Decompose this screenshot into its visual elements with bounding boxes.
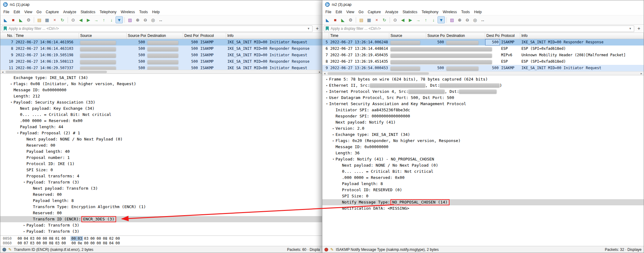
detail-row[interactable]: .000 0000 = Reserved: 0x00 <box>322 175 644 181</box>
detail-row[interactable]: SPI Size: 0 <box>322 193 644 199</box>
detail-row[interactable]: ▸Flags: 0x08 (Initiator, No higher versi… <box>0 81 322 87</box>
collapsed-expander-icon[interactable]: ▸ <box>331 138 336 144</box>
detail-row[interactable]: 0... .... = Critical Bit: Not critical <box>0 112 322 118</box>
menu-wireless[interactable]: Wireless <box>119 9 137 15</box>
menu-analyze[interactable]: Analyze <box>383 9 401 15</box>
detail-row[interactable]: ▸Payload: Transform (3) <box>0 222 322 228</box>
column-header-time[interactable]: Time <box>329 33 389 39</box>
packet-row[interactable]: 92022-06-27 13:26:54.000453500500ISAKMPI… <box>322 65 644 71</box>
menu-go[interactable]: Go <box>34 9 44 15</box>
filter-bookmark-icon[interactable] <box>326 26 329 31</box>
packet-row[interactable]: 102022-06-27 14:06:19.508113500500ISAKMP… <box>0 58 322 65</box>
packet-row[interactable]: 82022-06-27 13:26:19.451435ESPESP (SPI=0… <box>322 58 644 65</box>
column-header-protocol[interactable]: Protocol <box>500 33 520 39</box>
detail-row[interactable]: Protocol ID: IKE (1) <box>0 161 322 167</box>
detail-row[interactable]: Payload length: 44 <box>0 124 322 130</box>
save-file-icon[interactable]: ▦ <box>365 16 373 23</box>
find-packet-icon[interactable]: ⊙ <box>391 16 399 23</box>
detail-row[interactable]: Reserved: 00 <box>0 210 322 216</box>
collapsed-expander-icon[interactable]: ▸ <box>331 132 336 138</box>
find-packet-icon[interactable]: ⊙ <box>69 16 77 23</box>
detail-row[interactable]: Next payload: NONE / No Next Payload (0) <box>322 162 644 168</box>
open-file-icon[interactable]: ▤ <box>358 16 365 23</box>
detail-row[interactable]: Reserved: 00 <box>0 192 322 198</box>
capture-comment-icon[interactable]: ✎ <box>8 247 12 252</box>
go-back-icon[interactable]: ◀ <box>399 16 406 23</box>
zoom-reset-icon[interactable]: ◎ <box>149 16 157 23</box>
column-header-dest-port[interactable]: Dest Port <box>485 33 500 39</box>
detail-row[interactable]: Next payload: Transform (3) <box>0 185 322 192</box>
reload-file-icon[interactable]: ↻ <box>59 16 66 23</box>
start-capture-icon[interactable]: ◣ <box>2 16 9 23</box>
resize-columns-icon[interactable]: ↔ <box>479 16 486 23</box>
packet-row[interactable]: 52022-06-27 13:26:14.006248500500ISAKMPI… <box>322 39 644 45</box>
detail-row[interactable]: 0... .... = Critical Bit: Not critical <box>322 168 644 175</box>
detail-row[interactable]: ▸Ethernet II, Src: , Dst: ) <box>322 82 644 89</box>
reload-file-icon[interactable]: ↻ <box>381 16 388 23</box>
open-file-icon[interactable]: ▤ <box>36 16 43 23</box>
detail-row[interactable]: Proposal transforms: 4 <box>0 173 322 179</box>
detail-row[interactable]: Payload length: 40 <box>0 148 322 155</box>
capture-comment-icon[interactable]: ✎ <box>330 247 334 252</box>
scrollbar-thumb[interactable] <box>6 71 107 73</box>
hex-row[interactable]: 005000040300000801000003030000080200 <box>3 236 320 241</box>
detail-row[interactable]: Notify Message Type: NO_PROPOSAL_CHOSEN … <box>322 199 644 205</box>
detail-row[interactable]: ▸Exchange type: IKE_SA_INIT (34) <box>322 132 644 138</box>
detail-row[interactable]: ▸Internet Protocol Version 4, Src: , Dst… <box>322 89 644 95</box>
menu-capture[interactable]: Capture <box>44 9 61 15</box>
display-filter-input[interactable] <box>9 26 305 31</box>
stop-capture-icon[interactable]: ■ <box>332 16 339 23</box>
column-header-protocol[interactable]: Protocol <box>199 33 226 39</box>
detail-row[interactable]: Responder SPI: 0000000000000000 <box>322 113 644 119</box>
packet-list-hscrollbar[interactable]: ◂ ▸ <box>322 71 644 75</box>
detail-row[interactable]: Message ID: 0x00000000 <box>0 87 322 93</box>
collapsed-expander-icon[interactable]: ▸ <box>325 89 329 95</box>
menu-help[interactable]: Help <box>472 9 484 15</box>
close-file-icon[interactable]: × <box>373 16 380 23</box>
filter-bookmark-icon[interactable] <box>4 26 7 31</box>
expanded-expander-icon[interactable]: ▾ <box>331 156 336 162</box>
menu-tools[interactable]: Tools <box>459 9 472 15</box>
filter-dropdown-chevron-icon[interactable]: ▼ <box>307 27 311 30</box>
detail-row[interactable]: ▾Payload: Proposal (2) # 1 <box>0 130 322 136</box>
column-header-dest-port[interactable]: Dest Port <box>183 33 199 39</box>
menu-analyze[interactable]: Analyze <box>61 9 79 15</box>
restart-capture-icon[interactable]: ◣ <box>17 16 25 23</box>
column-header-time[interactable]: Time <box>14 33 79 39</box>
menu-statistics[interactable]: Statistics <box>400 9 419 15</box>
capture-options-icon[interactable]: ⚙ <box>347 16 354 23</box>
first-packet-icon[interactable]: ↑ <box>422 16 430 23</box>
menu-view[interactable]: View <box>344 9 356 15</box>
zoom-out-icon[interactable]: ⊖ <box>464 16 471 23</box>
collapsed-expander-icon[interactable]: ▸ <box>331 125 336 132</box>
detail-row[interactable]: ▸Flags: 0x20 (Responder, No higher versi… <box>322 138 644 144</box>
expanded-expander-icon[interactable]: ▾ <box>22 179 26 185</box>
filter-add-button[interactable]: + <box>636 26 642 31</box>
collapsed-expander-icon[interactable]: ▸ <box>9 81 14 87</box>
detail-row[interactable]: Next payload: NONE / No Next Payload (0) <box>0 136 322 142</box>
column-header-source-port[interactable]: Source Port <box>426 33 445 39</box>
menu-statistics[interactable]: Statistics <box>78 9 97 15</box>
close-file-icon[interactable]: × <box>51 16 58 23</box>
resize-columns-icon[interactable]: ↔ <box>157 16 164 23</box>
title-bar[interactable]: rx2 (3).pcap <box>322 0 644 9</box>
menu-capture[interactable]: Capture <box>366 9 383 15</box>
menu-tools[interactable]: Tools <box>137 9 150 15</box>
stop-capture-icon[interactable]: ■ <box>10 16 17 23</box>
packet-row[interactable]: 112022-06-27 14:06:29.507337500500ISAKMP… <box>0 65 322 70</box>
auto-scroll-icon[interactable]: ▼ <box>438 16 445 23</box>
column-header-info[interactable]: Info <box>520 33 644 39</box>
menu-edit[interactable]: Edit <box>333 9 344 15</box>
menu-telephony[interactable]: Telephony <box>419 9 441 15</box>
detail-row[interactable]: Payload length: 8 <box>0 198 322 204</box>
detail-row[interactable]: ▾Payload: Transform (3) <box>0 179 322 185</box>
expanded-expander-icon[interactable]: ▾ <box>325 101 329 107</box>
detail-row[interactable]: Message ID: 0x00000000 <box>322 144 644 150</box>
colorize-icon[interactable]: ▨ <box>126 16 134 23</box>
detail-row[interactable]: ▾Payload: Notify (41) - NO_PROPOSAL_CHOS… <box>322 156 644 162</box>
capture-options-icon[interactable]: ⚙ <box>25 16 32 23</box>
detail-row[interactable]: Payload length: 8 <box>322 181 644 187</box>
collapsed-expander-icon[interactable]: ▸ <box>325 95 329 101</box>
detail-row[interactable]: Protocol ID: RESERVED (0) <box>322 187 644 193</box>
save-file-icon[interactable]: ▦ <box>43 16 51 23</box>
